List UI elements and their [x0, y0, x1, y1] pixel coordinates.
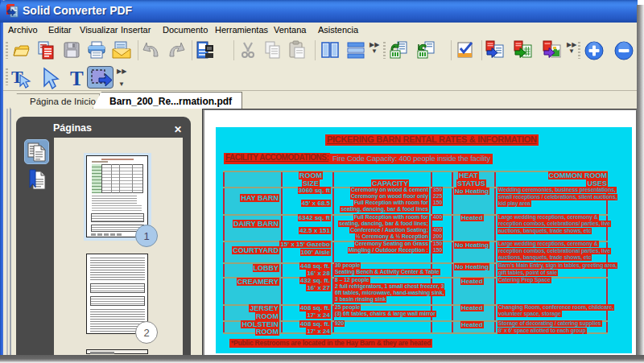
svg-text:T: T [70, 68, 84, 89]
